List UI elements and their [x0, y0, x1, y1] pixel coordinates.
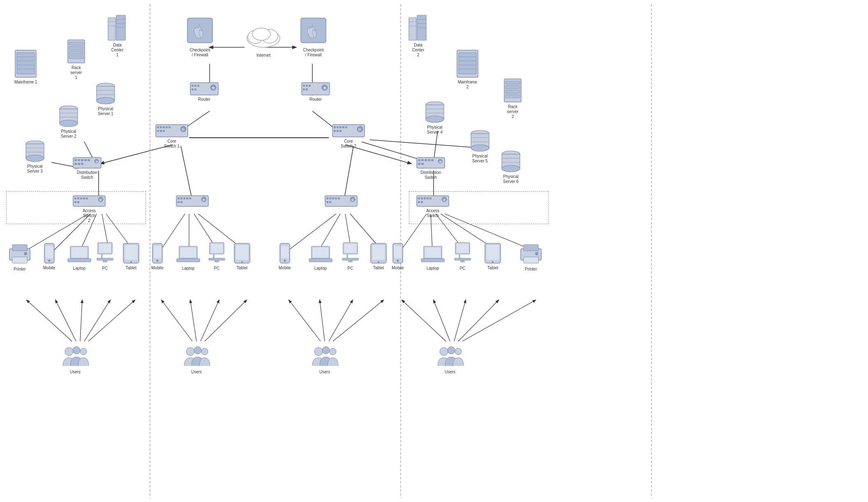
tablet1-label: Tablet — [126, 266, 137, 271]
svg-rect-123 — [192, 85, 194, 87]
svg-point-77 — [97, 97, 115, 104]
svg-rect-93 — [81, 159, 83, 161]
core-switch2-label: CoreSwitch 2 — [341, 139, 356, 149]
svg-line-39 — [27, 300, 72, 341]
mobile1-node: Mobile — [43, 243, 55, 271]
users4-label: Users — [445, 370, 455, 375]
svg-line-56 — [462, 300, 536, 341]
rack-server2-label: Rackserver2 — [507, 104, 519, 119]
pc4-icon — [451, 242, 474, 264]
svg-rect-251 — [177, 259, 200, 262]
mobile2-icon — [152, 243, 163, 264]
router-right-icon: ⊕ — [301, 82, 330, 95]
svg-line-52 — [402, 300, 446, 341]
svg-rect-98 — [81, 163, 83, 165]
svg-rect-116 — [169, 126, 171, 128]
printer-left-icon — [7, 243, 32, 265]
checkpoint-right-node: Checkpoint/ Firewall — [300, 17, 327, 58]
users1-label: Users — [70, 370, 81, 375]
svg-rect-268 — [346, 254, 348, 258]
svg-rect-250 — [180, 248, 196, 257]
laptop4-label: Laptop — [427, 266, 439, 271]
svg-rect-171 — [326, 201, 328, 203]
svg-point-292 — [65, 347, 73, 356]
svg-rect-139 — [309, 85, 311, 87]
svg-point-82 — [60, 120, 78, 127]
svg-point-287 — [492, 261, 494, 263]
svg-point-200 — [471, 145, 489, 151]
svg-line-20 — [370, 140, 471, 147]
svg-rect-150 — [334, 130, 336, 132]
svg-rect-210 — [421, 159, 424, 161]
svg-rect-242 — [103, 260, 107, 262]
dist-switch-left-label: DistributionSwitch — [77, 170, 97, 180]
svg-point-291 — [535, 252, 538, 255]
svg-point-248 — [156, 260, 158, 262]
router-right-label: Router — [309, 97, 322, 102]
tablet4-icon — [484, 243, 501, 264]
svg-point-296 — [194, 347, 201, 354]
tablet3-icon — [370, 243, 387, 264]
users4-node: Users — [436, 345, 464, 375]
svg-rect-159 — [186, 197, 188, 199]
svg-rect-278 — [425, 248, 441, 257]
physical-server1-label: PhysicalServer 1 — [98, 106, 113, 116]
core-switch2-icon: ⊖ — [332, 124, 365, 137]
svg-rect-58 — [17, 53, 35, 74]
svg-rect-119 — [163, 130, 165, 132]
mainframe1-label: Mainframe 1 — [14, 80, 37, 85]
svg-point-205 — [502, 165, 520, 172]
svg-text:⊕: ⊕ — [351, 198, 354, 202]
physical-server2-label: PhysicalServer 2 — [61, 129, 76, 139]
printer-right-icon — [519, 243, 543, 265]
physical-server1-icon — [95, 82, 116, 105]
svg-point-245 — [130, 261, 132, 263]
svg-rect-160 — [189, 197, 191, 199]
laptop3-node: Laptop — [308, 245, 333, 271]
svg-point-231 — [24, 252, 27, 255]
access-switch-mid-right-node: ⊕ — [325, 195, 358, 208]
svg-rect-241 — [97, 258, 113, 260]
svg-point-298 — [314, 347, 323, 356]
pc3-label: PC — [348, 266, 353, 271]
pc2-icon — [205, 242, 228, 264]
pc4-node: PC — [451, 242, 474, 271]
svg-rect-65 — [69, 46, 83, 50]
svg-line-46 — [201, 300, 219, 341]
pc1-icon — [94, 242, 116, 264]
users2-icon — [182, 345, 211, 368]
physical-server3-node: PhysicalServer 3 — [25, 140, 45, 174]
svg-line-44 — [162, 300, 192, 341]
svg-rect-124 — [194, 85, 196, 87]
mobile4-icon — [392, 243, 404, 264]
tablet1-icon — [122, 243, 140, 264]
svg-rect-286 — [487, 245, 499, 260]
users3-node: Users — [310, 345, 339, 375]
tablet3-label: Tablet — [373, 266, 384, 271]
svg-rect-127 — [194, 88, 196, 90]
svg-line-42 — [84, 300, 110, 341]
mobile2-node: Mobile — [151, 243, 163, 271]
svg-point-87 — [26, 155, 44, 162]
svg-text:⊖: ⊖ — [358, 127, 361, 132]
tablet4-label: Tablet — [487, 266, 499, 271]
access-switch-mid-right-icon: ⊕ — [325, 195, 358, 207]
data-center2-label: DataCenter2 — [412, 43, 424, 58]
dist-switch-right-label: DistributionSwitch — [420, 170, 441, 180]
physical-server3-label: PhysicalServer 3 — [27, 164, 43, 174]
svg-rect-149 — [345, 126, 347, 128]
svg-rect-267 — [344, 244, 356, 253]
pc1-label: PC — [102, 266, 108, 271]
physical-server5-icon — [470, 130, 490, 152]
svg-rect-96 — [74, 163, 77, 165]
svg-point-302 — [448, 347, 455, 354]
users2-label: Users — [191, 370, 202, 375]
svg-point-234 — [48, 260, 50, 262]
svg-rect-113 — [160, 126, 162, 128]
svg-rect-148 — [342, 126, 344, 128]
svg-rect-247 — [154, 246, 161, 258]
svg-point-295 — [186, 347, 194, 356]
svg-rect-283 — [455, 258, 471, 260]
diagram-container: Mainframe 1 Rackserver1 DataCenter1 — [0, 0, 868, 502]
svg-rect-168 — [332, 197, 334, 199]
